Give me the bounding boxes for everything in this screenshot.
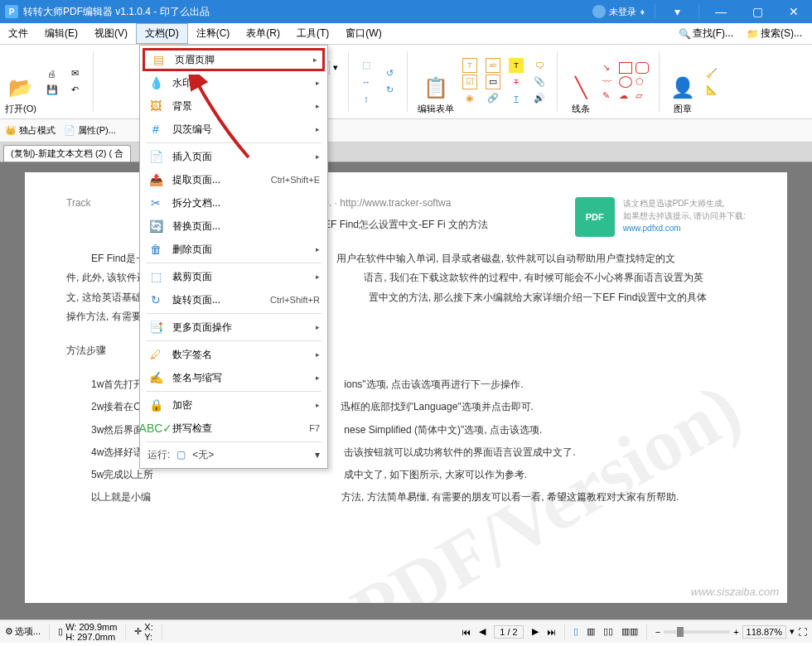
- email-icon[interactable]: ✉: [68, 66, 83, 81]
- pdf-badge: PDF 该文档是迅读PDF大师生成, 如果想去掉该提示, 请访问并下载: www…: [575, 197, 746, 237]
- exclusive-mode-button[interactable]: 👑独占模式: [5, 124, 56, 137]
- options-button[interactable]: ⚙选项...: [5, 625, 41, 638]
- edit-form-button[interactable]: 📋 编辑表单: [418, 48, 454, 115]
- first-page-button[interactable]: ⏮: [462, 627, 471, 637]
- menu-rotate-page[interactable]: ↻旋转页面...Ctrl+Shift+R: [143, 288, 325, 311]
- link-icon[interactable]: 🔗: [486, 91, 500, 106]
- radio-icon[interactable]: ◉: [462, 91, 477, 106]
- zoom-in-status[interactable]: +: [733, 627, 738, 637]
- prev-page-button[interactable]: ◀: [479, 626, 486, 637]
- sound-icon[interactable]: 🔊: [532, 91, 547, 106]
- layout-facing-icon[interactable]: ▯▯: [603, 626, 613, 637]
- strikethrough-icon[interactable]: T: [509, 75, 524, 89]
- replace-page-icon: 🔄: [147, 218, 164, 234]
- ellipse-shape-icon[interactable]: [619, 76, 632, 88]
- attach-icon[interactable]: 📎: [532, 75, 547, 89]
- menu-tool[interactable]: 工具(T): [288, 23, 337, 44]
- fit-width-icon[interactable]: ↔: [359, 75, 374, 89]
- zoom-slider[interactable]: [664, 630, 730, 634]
- menu-header-footer[interactable]: ▤页眉页脚▸: [143, 48, 325, 71]
- fit-page-icon[interactable]: ⬚: [359, 58, 374, 73]
- find-button[interactable]: 🔍查找(F)...: [674, 27, 738, 41]
- rounded-shape-icon[interactable]: [636, 62, 649, 74]
- title-bar: P 转转大师PDF编辑器 v1.1.0.4 - 印了么出品 未登录 ♦ ▾ ― …: [0, 0, 812, 23]
- menu-view[interactable]: 视图(V): [86, 23, 136, 44]
- menu-spellcheck[interactable]: ABC✓拼写检查F7: [143, 417, 325, 440]
- button-field-icon[interactable]: ▭: [486, 75, 500, 89]
- pencil-shape-icon[interactable]: ✎: [602, 90, 616, 102]
- bates-icon: #: [147, 121, 164, 137]
- next-page-button[interactable]: ▶: [532, 626, 539, 637]
- minimize-button[interactable]: ―: [703, 0, 739, 23]
- last-page-button[interactable]: ⏭: [547, 627, 556, 637]
- menu-file[interactable]: 文件: [0, 23, 36, 44]
- polyline-shape-icon[interactable]: 〰: [602, 76, 616, 88]
- rect-shape-icon[interactable]: [619, 62, 632, 74]
- fit-height-icon[interactable]: ↕: [359, 91, 374, 106]
- menu-sign-initials[interactable]: ✍签名与缩写▸: [143, 366, 325, 389]
- open-button[interactable]: 📂 打开(O): [5, 48, 36, 115]
- pdf-icon: PDF: [575, 197, 615, 237]
- cloud-shape-icon[interactable]: ☁: [619, 90, 632, 102]
- menu-watermark[interactable]: 💧水印▸: [143, 71, 325, 94]
- maximize-button[interactable]: ▢: [739, 0, 776, 23]
- search-button[interactable]: 📁搜索(S)...: [742, 27, 807, 41]
- stamp-button[interactable]: 👤 图章: [669, 48, 696, 115]
- rotate-left-icon[interactable]: ↺: [382, 66, 397, 81]
- zoom-out-status[interactable]: −: [655, 627, 660, 637]
- menu-encrypt[interactable]: 🔒加密▸: [143, 393, 325, 417]
- close-button[interactable]: ✕: [776, 0, 812, 23]
- menu-digital-sign[interactable]: 🖊数字签名▸: [143, 343, 325, 366]
- stamp-icon: 👤: [669, 75, 696, 101]
- menu-crop-page[interactable]: ⬚裁剪页面▸: [143, 265, 325, 288]
- menu-more-ops[interactable]: 📑更多页面操作▸: [143, 316, 325, 339]
- crop-icon: ⬚: [147, 268, 164, 285]
- cursor-pos: ✛X:Y:: [134, 622, 152, 642]
- menu-edit[interactable]: 编辑(E): [36, 23, 86, 44]
- text-field-icon[interactable]: T: [462, 58, 477, 73]
- menu-bates[interactable]: #贝茨编号▸: [143, 118, 325, 141]
- menu-window[interactable]: 窗口(W): [337, 23, 389, 44]
- lock-icon: 🔒: [147, 397, 164, 413]
- polygon-shape-icon[interactable]: ⬠: [636, 76, 649, 88]
- save-icon[interactable]: 💾: [45, 83, 60, 98]
- arrow-shape-icon[interactable]: ↘: [602, 62, 616, 74]
- underline-icon[interactable]: T: [509, 91, 524, 106]
- menu-background[interactable]: 🖼背景▸: [143, 94, 325, 118]
- print-icon[interactable]: 🖨: [45, 66, 60, 81]
- fullscreen-icon[interactable]: ⛶: [798, 627, 807, 637]
- page-indicator[interactable]: 1 / 2: [494, 625, 523, 639]
- menu-split-doc[interactable]: ✂拆分文档...: [143, 191, 325, 215]
- layout-facing-cont-icon[interactable]: ▥▥: [621, 626, 638, 637]
- menu-annotate[interactable]: 注释(C): [188, 23, 239, 44]
- line-button[interactable]: ╲ 线条: [568, 48, 594, 115]
- menu-extract-page[interactable]: 📤提取页面...Ctrl+Shift+E: [143, 168, 325, 191]
- layout-cont-icon[interactable]: ▥: [587, 626, 595, 637]
- user-label: 未登录: [609, 6, 636, 18]
- undo-icon[interactable]: ↶: [68, 83, 83, 98]
- user-status[interactable]: 未登录 ♦: [586, 5, 651, 18]
- menu-document[interactable]: 文档(D): [136, 23, 188, 44]
- menu-delete-page[interactable]: 🗑删除页面▸: [143, 238, 325, 261]
- menu-form[interactable]: 表单(R): [238, 23, 288, 44]
- extract-page-icon: 📤: [147, 171, 164, 188]
- properties-button[interactable]: 📄属性(P)...: [64, 124, 116, 137]
- menu-replace-page[interactable]: 🔄替换页面...: [143, 215, 325, 238]
- eraser-icon[interactable]: 🧹: [704, 66, 719, 81]
- layout-single-icon[interactable]: ▯: [573, 626, 578, 637]
- measure-icon[interactable]: 📐: [704, 83, 719, 98]
- menu-insert-page[interactable]: 📄插入页面▸: [143, 145, 325, 168]
- dropdown-button[interactable]: ▾: [659, 0, 695, 23]
- textbox-icon[interactable]: ab: [486, 58, 500, 73]
- rotate-right-icon[interactable]: ↻: [382, 83, 397, 98]
- menu-run-row[interactable]: 运行:▢<无>▾: [143, 444, 325, 465]
- corner-watermark: www.siszaiba.com: [691, 586, 779, 598]
- rotate-page-icon: ↻: [147, 292, 164, 308]
- diamond-icon: ♦: [640, 7, 645, 17]
- checkbox-icon[interactable]: ☑: [462, 75, 477, 89]
- highlight-icon[interactable]: T: [509, 58, 524, 73]
- callout-shape-icon[interactable]: ▱: [636, 90, 649, 102]
- note-icon[interactable]: 🗨: [532, 58, 547, 73]
- document-tab[interactable]: (复制)-新建文本文档 (2) ( 合: [3, 145, 131, 162]
- zoom-level[interactable]: 118.87%: [742, 625, 786, 639]
